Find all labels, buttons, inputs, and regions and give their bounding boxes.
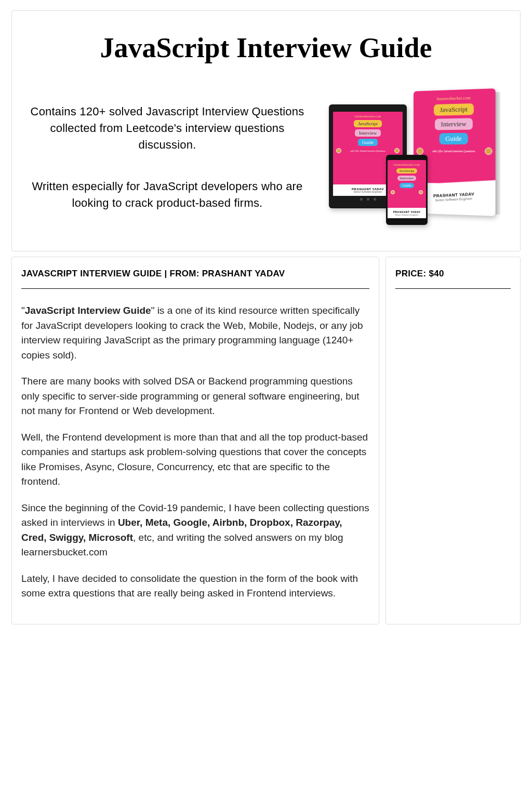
description-heading: JAVASCRIPT INTERVIEW GUIDE | FROM: PRASH… <box>21 269 369 289</box>
medal-icon <box>417 148 423 155</box>
hero-card: JavaScript Interview Guide Contains 120+… <box>11 10 521 251</box>
hero-paragraph-2: Written especially for JavaScript develo… <box>28 178 307 211</box>
description-para-3: Well, the Frontend development is more t… <box>21 430 369 489</box>
price-column: PRICE: $40 <box>385 257 521 624</box>
product-title: JavaScript Interview Guide <box>28 32 504 64</box>
badge-icon <box>419 190 423 194</box>
mockup-pill-guide: Guide <box>400 183 414 188</box>
badge-icon <box>485 148 492 155</box>
description-para-1: "JavaScript Interview Guide" is a one of… <box>21 303 369 363</box>
mockup-author-title: Senior Software Engineer <box>395 214 419 216</box>
mockup-solved-row <box>388 190 426 194</box>
p1-bold: JavaScript Interview Guide <box>25 305 151 316</box>
hero-text-block: Contains 120+ solved Javascript Intervie… <box>28 103 307 211</box>
medal-icon <box>336 148 341 153</box>
mockup-solved-row: with 120+ Solved Interview Questions <box>414 148 496 155</box>
mockup-author-strip: PRASHANT YADAV Senior Software Engineer <box>388 208 426 218</box>
description-column: JAVASCRIPT INTERVIEW GUIDE | FROM: PRASH… <box>11 257 379 624</box>
description-para-2: There are many books with solved DSA or … <box>21 374 369 419</box>
badge-icon <box>394 148 400 153</box>
mockup-pill-javascript: JavaScript <box>396 168 417 174</box>
mockup-site-label: learnersbucket.com <box>394 163 420 166</box>
mockup-solved-caption: with 120+ Solved Interview Questions <box>432 150 475 153</box>
mockup-site-label: learnersbucket.com <box>437 96 471 101</box>
mockup-pill-javascript: JavaScript <box>434 103 474 116</box>
mockup-solved-caption: with 120+ Solved Interview Questions <box>351 150 385 152</box>
mockup-pill-interview: Interview <box>355 129 381 137</box>
hero-paragraph-1: Contains 120+ solved Javascript Intervie… <box>28 103 307 153</box>
description-body: "JavaScript Interview Guide" is a one of… <box>21 303 369 601</box>
mockup-solved-row: with 120+ Solved Interview Questions <box>333 148 403 153</box>
product-mockup-image: learnersbucket.com JavaScript Interview … <box>323 90 504 225</box>
p1-prefix: " <box>21 305 25 316</box>
description-para-5: Lately, I have decided to consolidate th… <box>21 571 369 601</box>
mockup-pill-interview: Interview <box>435 118 473 130</box>
mockup-pill-guide: Guide <box>358 139 378 146</box>
phone-mockup: learnersbucket.com JavaScript Interview … <box>386 155 428 225</box>
hero-row: Contains 120+ solved Javascript Intervie… <box>28 90 504 225</box>
medal-icon <box>391 190 395 194</box>
mockup-pill-guide: Guide <box>440 133 468 144</box>
description-para-4: Since the beginning of the Covid-19 pand… <box>21 501 369 560</box>
price-heading: PRICE: $40 <box>395 269 511 289</box>
mockup-author-title: Senior Software Engineer <box>354 191 382 193</box>
mockup-pill-javascript: JavaScript <box>354 120 382 127</box>
mockup-pill-interview: Interview <box>397 176 417 181</box>
mockup-site-label: learnersbucket.com <box>355 115 381 118</box>
detail-columns: JAVASCRIPT INTERVIEW GUIDE | FROM: PRASH… <box>11 257 521 624</box>
